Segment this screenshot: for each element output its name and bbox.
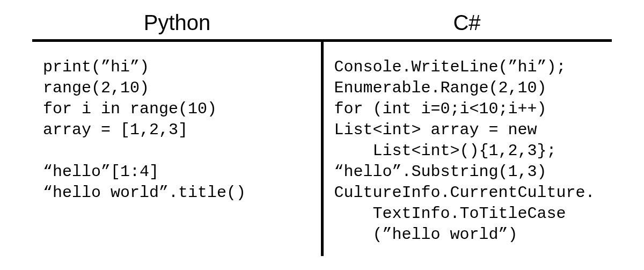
python-code: print(”hi”) range(2,10) for i in range(1… [32,42,324,256]
body-row: print(”hi”) range(2,10) for i in range(1… [32,42,612,256]
header-python: Python [32,11,322,39]
csharp-code: Console.WriteLine(”hi”); Enumerable.Rang… [324,42,612,256]
header-row: Python C# [32,11,612,42]
header-csharp: C# [322,11,612,39]
comparison-table: Python C# print(”hi”) range(2,10) for i … [32,11,612,256]
